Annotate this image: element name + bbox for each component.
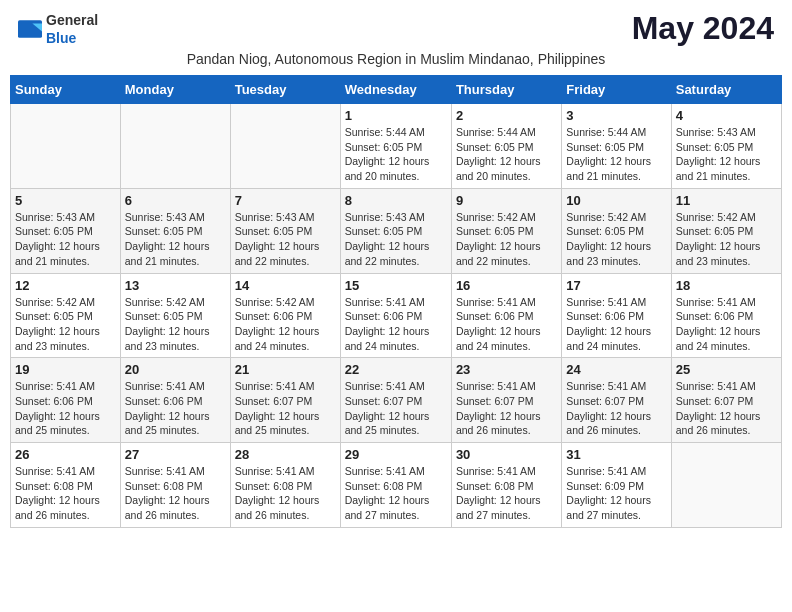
day-info: Sunrise: 5:42 AM Sunset: 6:05 PM Dayligh… xyxy=(456,210,557,269)
calendar-week-row: 5Sunrise: 5:43 AM Sunset: 6:05 PM Daylig… xyxy=(11,188,782,273)
calendar-cell: 25Sunrise: 5:41 AM Sunset: 6:07 PM Dayli… xyxy=(671,358,781,443)
calendar-cell: 2Sunrise: 5:44 AM Sunset: 6:05 PM Daylig… xyxy=(451,104,561,189)
day-number: 16 xyxy=(456,278,557,293)
calendar-cell: 10Sunrise: 5:42 AM Sunset: 6:05 PM Dayli… xyxy=(562,188,671,273)
calendar-cell: 21Sunrise: 5:41 AM Sunset: 6:07 PM Dayli… xyxy=(230,358,340,443)
day-number: 10 xyxy=(566,193,666,208)
calendar-cell: 27Sunrise: 5:41 AM Sunset: 6:08 PM Dayli… xyxy=(120,443,230,528)
day-number: 20 xyxy=(125,362,226,377)
day-info: Sunrise: 5:41 AM Sunset: 6:06 PM Dayligh… xyxy=(125,379,226,438)
day-info: Sunrise: 5:41 AM Sunset: 6:08 PM Dayligh… xyxy=(456,464,557,523)
calendar-cell: 19Sunrise: 5:41 AM Sunset: 6:06 PM Dayli… xyxy=(11,358,121,443)
day-number: 4 xyxy=(676,108,777,123)
day-number: 8 xyxy=(345,193,447,208)
calendar-cell: 24Sunrise: 5:41 AM Sunset: 6:07 PM Dayli… xyxy=(562,358,671,443)
calendar-week-row: 19Sunrise: 5:41 AM Sunset: 6:06 PM Dayli… xyxy=(11,358,782,443)
day-number: 15 xyxy=(345,278,447,293)
day-number: 5 xyxy=(15,193,116,208)
day-number: 31 xyxy=(566,447,666,462)
calendar-cell: 20Sunrise: 5:41 AM Sunset: 6:06 PM Dayli… xyxy=(120,358,230,443)
day-number: 25 xyxy=(676,362,777,377)
day-info: Sunrise: 5:41 AM Sunset: 6:07 PM Dayligh… xyxy=(235,379,336,438)
day-number: 26 xyxy=(15,447,116,462)
day-info: Sunrise: 5:44 AM Sunset: 6:05 PM Dayligh… xyxy=(345,125,447,184)
day-number: 21 xyxy=(235,362,336,377)
calendar-cell: 5Sunrise: 5:43 AM Sunset: 6:05 PM Daylig… xyxy=(11,188,121,273)
calendar-cell: 26Sunrise: 5:41 AM Sunset: 6:08 PM Dayli… xyxy=(11,443,121,528)
day-number: 19 xyxy=(15,362,116,377)
day-info: Sunrise: 5:41 AM Sunset: 6:06 PM Dayligh… xyxy=(566,295,666,354)
calendar-week-row: 1Sunrise: 5:44 AM Sunset: 6:05 PM Daylig… xyxy=(11,104,782,189)
day-info: Sunrise: 5:41 AM Sunset: 6:06 PM Dayligh… xyxy=(676,295,777,354)
day-info: Sunrise: 5:41 AM Sunset: 6:08 PM Dayligh… xyxy=(235,464,336,523)
day-number: 13 xyxy=(125,278,226,293)
day-number: 17 xyxy=(566,278,666,293)
weekday-header: Saturday xyxy=(671,76,781,104)
day-info: Sunrise: 5:42 AM Sunset: 6:05 PM Dayligh… xyxy=(566,210,666,269)
day-info: Sunrise: 5:42 AM Sunset: 6:05 PM Dayligh… xyxy=(676,210,777,269)
calendar-cell xyxy=(120,104,230,189)
calendar-cell: 17Sunrise: 5:41 AM Sunset: 6:06 PM Dayli… xyxy=(562,273,671,358)
day-info: Sunrise: 5:42 AM Sunset: 6:05 PM Dayligh… xyxy=(125,295,226,354)
day-number: 22 xyxy=(345,362,447,377)
calendar-cell: 6Sunrise: 5:43 AM Sunset: 6:05 PM Daylig… xyxy=(120,188,230,273)
day-info: Sunrise: 5:43 AM Sunset: 6:05 PM Dayligh… xyxy=(125,210,226,269)
svg-rect-0 xyxy=(18,20,42,38)
weekday-header: Friday xyxy=(562,76,671,104)
calendar-cell: 3Sunrise: 5:44 AM Sunset: 6:05 PM Daylig… xyxy=(562,104,671,189)
day-info: Sunrise: 5:41 AM Sunset: 6:08 PM Dayligh… xyxy=(125,464,226,523)
subtitle: Pandan Niog, Autonomous Region in Muslim… xyxy=(10,51,782,67)
logo-text: General Blue xyxy=(46,11,98,47)
day-info: Sunrise: 5:41 AM Sunset: 6:07 PM Dayligh… xyxy=(345,379,447,438)
calendar-cell: 30Sunrise: 5:41 AM Sunset: 6:08 PM Dayli… xyxy=(451,443,561,528)
calendar-cell: 23Sunrise: 5:41 AM Sunset: 6:07 PM Dayli… xyxy=(451,358,561,443)
day-number: 1 xyxy=(345,108,447,123)
weekday-row: SundayMondayTuesdayWednesdayThursdayFrid… xyxy=(11,76,782,104)
day-number: 24 xyxy=(566,362,666,377)
day-number: 3 xyxy=(566,108,666,123)
weekday-header: Monday xyxy=(120,76,230,104)
day-number: 12 xyxy=(15,278,116,293)
day-info: Sunrise: 5:41 AM Sunset: 6:06 PM Dayligh… xyxy=(456,295,557,354)
weekday-header: Wednesday xyxy=(340,76,451,104)
calendar-cell xyxy=(671,443,781,528)
calendar-cell: 8Sunrise: 5:43 AM Sunset: 6:05 PM Daylig… xyxy=(340,188,451,273)
day-number: 28 xyxy=(235,447,336,462)
calendar: SundayMondayTuesdayWednesdayThursdayFrid… xyxy=(10,75,782,528)
day-number: 11 xyxy=(676,193,777,208)
calendar-cell: 13Sunrise: 5:42 AM Sunset: 6:05 PM Dayli… xyxy=(120,273,230,358)
calendar-week-row: 12Sunrise: 5:42 AM Sunset: 6:05 PM Dayli… xyxy=(11,273,782,358)
calendar-cell: 18Sunrise: 5:41 AM Sunset: 6:06 PM Dayli… xyxy=(671,273,781,358)
day-info: Sunrise: 5:41 AM Sunset: 6:07 PM Dayligh… xyxy=(566,379,666,438)
calendar-cell: 14Sunrise: 5:42 AM Sunset: 6:06 PM Dayli… xyxy=(230,273,340,358)
day-info: Sunrise: 5:43 AM Sunset: 6:05 PM Dayligh… xyxy=(345,210,447,269)
day-info: Sunrise: 5:44 AM Sunset: 6:05 PM Dayligh… xyxy=(456,125,557,184)
calendar-cell: 31Sunrise: 5:41 AM Sunset: 6:09 PM Dayli… xyxy=(562,443,671,528)
logo-icon xyxy=(18,20,42,38)
calendar-cell: 15Sunrise: 5:41 AM Sunset: 6:06 PM Dayli… xyxy=(340,273,451,358)
calendar-cell: 11Sunrise: 5:42 AM Sunset: 6:05 PM Dayli… xyxy=(671,188,781,273)
day-number: 2 xyxy=(456,108,557,123)
calendar-cell: 4Sunrise: 5:43 AM Sunset: 6:05 PM Daylig… xyxy=(671,104,781,189)
day-info: Sunrise: 5:41 AM Sunset: 6:07 PM Dayligh… xyxy=(676,379,777,438)
day-info: Sunrise: 5:41 AM Sunset: 6:09 PM Dayligh… xyxy=(566,464,666,523)
day-info: Sunrise: 5:41 AM Sunset: 6:06 PM Dayligh… xyxy=(15,379,116,438)
calendar-cell xyxy=(230,104,340,189)
day-info: Sunrise: 5:41 AM Sunset: 6:06 PM Dayligh… xyxy=(345,295,447,354)
day-number: 14 xyxy=(235,278,336,293)
calendar-cell: 29Sunrise: 5:41 AM Sunset: 6:08 PM Dayli… xyxy=(340,443,451,528)
month-title: May 2024 xyxy=(632,10,774,47)
day-info: Sunrise: 5:44 AM Sunset: 6:05 PM Dayligh… xyxy=(566,125,666,184)
day-number: 9 xyxy=(456,193,557,208)
day-info: Sunrise: 5:41 AM Sunset: 6:08 PM Dayligh… xyxy=(345,464,447,523)
weekday-header: Tuesday xyxy=(230,76,340,104)
logo: General Blue xyxy=(18,11,98,47)
day-number: 7 xyxy=(235,193,336,208)
day-info: Sunrise: 5:42 AM Sunset: 6:06 PM Dayligh… xyxy=(235,295,336,354)
day-number: 23 xyxy=(456,362,557,377)
day-number: 29 xyxy=(345,447,447,462)
calendar-cell: 28Sunrise: 5:41 AM Sunset: 6:08 PM Dayli… xyxy=(230,443,340,528)
day-info: Sunrise: 5:42 AM Sunset: 6:05 PM Dayligh… xyxy=(15,295,116,354)
calendar-header: SundayMondayTuesdayWednesdayThursdayFrid… xyxy=(11,76,782,104)
day-number: 27 xyxy=(125,447,226,462)
